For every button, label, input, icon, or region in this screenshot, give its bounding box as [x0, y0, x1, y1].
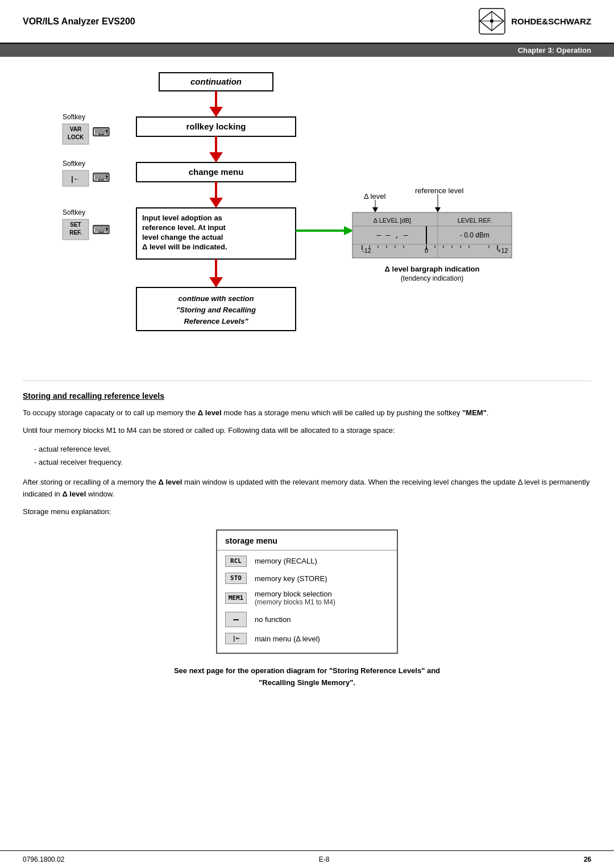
arrow4 [209, 277, 223, 287]
arrow1 [209, 107, 223, 117]
header: VOR/ILS Analyzer EVS200 ROHDE&SCHWARZ [0, 0, 614, 44]
display-col2: LEVEL REF. [458, 217, 492, 224]
logo-icon [476, 6, 508, 37]
delta-level-label: Δ level [364, 192, 385, 201]
action1-label: rollkey locking [186, 122, 246, 131]
storage-row-sto: STO memory key (STORE) [217, 570, 397, 587]
softkey1-label: Softkey [63, 113, 85, 121]
action3-line2: reference level. At input [142, 223, 226, 232]
storage-row-mem1: MEM1 memory block selection (memory bloc… [217, 587, 397, 609]
continue-line1: continue with section [179, 294, 254, 303]
label-dash: no function [255, 615, 291, 624]
storage-menu-title: storage menu [217, 536, 397, 550]
bargraph-label: Δ level bargraph indication [385, 265, 480, 273]
bullet-list: actual reference level, actual receiver … [34, 443, 591, 469]
continue-line3: Reference Levels" [184, 317, 248, 326]
svg-point-4 [490, 19, 493, 23]
storage-row-main: |← main menu (Δ level) [217, 630, 397, 647]
para4: Storage menu explanation: [23, 506, 591, 518]
svg-text:REF.: REF. [69, 229, 82, 236]
key-dash: — [225, 612, 247, 627]
label-sto: memory key (STORE) [255, 574, 327, 583]
footer-left: 0796.1800.02 [23, 856, 64, 863]
svg-text:VAR: VAR [70, 126, 82, 132]
storage-row-dash: — no function [217, 609, 397, 630]
softkey1-icon: ⌨ [92, 125, 110, 139]
header-title: VOR/ILS Analyzer EVS200 [23, 16, 135, 27]
bottom-note-line1: See next page for the operation diagram … [174, 666, 440, 675]
storage-menu: storage menu RCL memory (RECALL) STO mem… [216, 529, 398, 654]
page: VOR/ILS Analyzer EVS200 ROHDE&SCHWARZ Ch… [0, 0, 614, 868]
key-mem1: MEM1 [225, 592, 247, 604]
logo-area: ROHDE&SCHWARZ [476, 6, 591, 37]
list-item-1: actual reference level, [34, 443, 591, 456]
continue-line2: "Storing and Recalling [176, 306, 256, 314]
key-sto: STO [225, 573, 247, 584]
footer-center: E-8 [319, 856, 330, 863]
storage-menu-container: storage menu RCL memory (RECALL) STO mem… [23, 529, 591, 654]
section-divider [23, 381, 591, 381]
section-heading: Storing and recalling reference levels [23, 391, 591, 400]
para2: Until four memory blocks M1 to M4 can be… [23, 425, 591, 437]
diagram-svg: continuation Softkey VAR LOCK ⌨ rollkey … [23, 68, 591, 364]
bottom-note-line2: "Recalling Single Memory". [259, 678, 355, 687]
scale-left: -12 [362, 247, 371, 254]
label-rcl: memory (RECALL) [255, 557, 317, 565]
scale-right: +12 [497, 247, 508, 254]
label-main: main menu (Δ level) [255, 635, 320, 643]
content: continuation Softkey VAR LOCK ⌨ rollkey … [0, 57, 614, 723]
continuation-label: continuation [190, 77, 242, 86]
footer: 0796.1800.02 E-8 26 [0, 850, 614, 868]
diagram-area: continuation Softkey VAR LOCK ⌨ rollkey … [23, 68, 591, 364]
storage-row-rcl: RCL memory (RECALL) [217, 553, 397, 570]
para1: To occupy storage capacaty or to call up… [23, 407, 591, 419]
svg-text:|←: |← [71, 175, 80, 183]
list-item-2: actual receiver frequency. [34, 456, 591, 469]
display-val1: — — , — [377, 231, 408, 239]
display-col1: Δ LEVEL [dB] [374, 217, 411, 224]
arrow3 [209, 198, 223, 208]
svg-marker-24 [435, 207, 441, 212]
key-main: |← [225, 633, 247, 644]
svg-text:LOCK: LOCK [68, 134, 84, 140]
softkey2-icon: ⌨ [92, 170, 110, 185]
arrow2 [209, 152, 223, 162]
softkey2-label: Softkey [63, 160, 85, 168]
svg-text:SET: SET [70, 222, 81, 228]
softkey3-icon: ⌨ [92, 223, 110, 237]
brand-name: ROHDE&SCHWARZ [511, 16, 591, 26]
display-val2: - 0.0 dBm [460, 231, 489, 239]
action3-line1: Input level adoption as [142, 214, 222, 222]
key-rcl: RCL [225, 556, 247, 567]
svg-marker-22 [372, 207, 378, 212]
action3-line4: Δ level will be indicated. [142, 243, 227, 251]
bottom-note: See next page for the operation diagram … [23, 665, 591, 689]
footer-right: 26 [584, 856, 591, 863]
softkey3-label: Softkey [63, 208, 85, 216]
action3-line3: level change the actual [142, 233, 223, 241]
action2-label: change menu [189, 167, 244, 177]
ref-level-label: reference level [415, 186, 463, 195]
label-mem1: memory block selection (memory blocks M1… [255, 590, 335, 606]
para3: After storing or recalling of a memory t… [23, 477, 591, 500]
bargraph-sublabel: (tendency indication) [401, 274, 464, 282]
chapter-bar: Chapter 3: Operation [0, 44, 614, 57]
